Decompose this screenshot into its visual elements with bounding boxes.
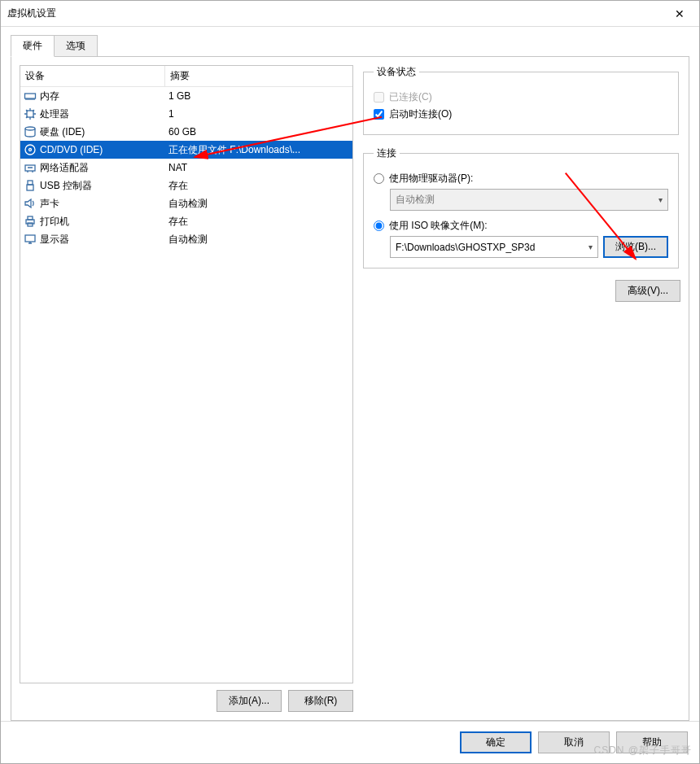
device-row-sound[interactable]: 声卡自动检测 bbox=[20, 194, 352, 212]
dialog-footer: 确定 取消 帮助 CSDN @架子手哥哥 bbox=[1, 721, 699, 763]
device-name: 内存 bbox=[40, 89, 59, 103]
svg-rect-1 bbox=[27, 111, 33, 117]
device-summary: 60 GB bbox=[165, 126, 352, 138]
device-summary: 1 bbox=[165, 108, 352, 120]
connected-checkbox-input bbox=[374, 92, 384, 103]
device-summary: NAT bbox=[165, 162, 352, 173]
connected-label: 已连接(C) bbox=[389, 90, 432, 104]
physical-drive-combo: 自动检测 ▾ bbox=[390, 189, 668, 211]
hardware-panel: 设备 摘要 内存1 GB处理器1硬盘 (IDE)60 GBCD/DVD (IDE… bbox=[11, 56, 689, 721]
physical-drive-input[interactable] bbox=[374, 173, 384, 184]
browse-button[interactable]: 浏览(B)... bbox=[603, 236, 668, 258]
vm-settings-window: 虚拟机设置 ✕ 硬件 选项 设备 摘要 内存1 GB处理器1硬盘 (IDE)60… bbox=[0, 0, 700, 764]
iso-row: F:\Downloads\GHOSTXP_SP3d ▾ 浏览(B)... bbox=[390, 236, 668, 258]
iso-radio[interactable]: 使用 ISO 映像文件(M): bbox=[374, 219, 668, 233]
device-row-display[interactable]: 显示器自动检测 bbox=[20, 230, 352, 248]
device-row-disk[interactable]: 硬盘 (IDE)60 GB bbox=[20, 123, 352, 141]
net-icon bbox=[24, 161, 37, 174]
physical-drive-value: 自动检测 bbox=[396, 193, 435, 207]
connection-legend: 连接 bbox=[374, 146, 400, 160]
titlebar: 虚拟机设置 ✕ bbox=[1, 1, 699, 27]
svg-rect-0 bbox=[25, 94, 36, 98]
device-name: 处理器 bbox=[40, 107, 69, 121]
printer-icon bbox=[24, 215, 37, 228]
device-rows: 内存1 GB处理器1硬盘 (IDE)60 GBCD/DVD (IDE)正在使用文… bbox=[20, 87, 352, 683]
device-table-header: 设备 摘要 bbox=[20, 66, 352, 87]
advanced-row: 高级(V)... bbox=[361, 280, 680, 302]
device-table: 设备 摘要 内存1 GB处理器1硬盘 (IDE)60 GBCD/DVD (IDE… bbox=[20, 65, 353, 683]
usb-icon bbox=[24, 179, 37, 192]
connect-poweron-checkbox[interactable]: 启动时连接(O) bbox=[374, 107, 668, 121]
connected-checkbox: 已连接(C) bbox=[374, 90, 668, 104]
physical-drive-label: 使用物理驱动器(P): bbox=[389, 172, 473, 186]
device-list-pane: 设备 摘要 内存1 GB处理器1硬盘 (IDE)60 GBCD/DVD (IDE… bbox=[20, 65, 353, 712]
iso-radio-input[interactable] bbox=[374, 220, 384, 231]
dialog-body: 硬件 选项 设备 摘要 内存1 GB处理器1硬盘 (IDE)60 GBCD/DV… bbox=[1, 27, 699, 721]
physical-drive-radio[interactable]: 使用物理驱动器(P): bbox=[374, 172, 668, 186]
connection-group: 连接 使用物理驱动器(P): 自动检测 ▾ 使用 ISO 映像文件(M): bbox=[363, 146, 679, 268]
advanced-button[interactable]: 高级(V)... bbox=[615, 280, 680, 302]
chevron-down-icon: ▾ bbox=[588, 242, 593, 251]
device-summary: 自动检测 bbox=[165, 233, 352, 247]
device-status-group: 设备状态 已连接(C) 启动时连接(O) bbox=[363, 65, 679, 135]
svg-rect-10 bbox=[28, 223, 33, 226]
device-row-memory[interactable]: 内存1 GB bbox=[20, 87, 352, 105]
cd-icon bbox=[24, 143, 37, 156]
device-summary: 1 GB bbox=[165, 90, 352, 102]
window-title: 虚拟机设置 bbox=[7, 7, 667, 20]
device-row-cpu[interactable]: 处理器1 bbox=[20, 105, 352, 123]
iso-label: 使用 ISO 映像文件(M): bbox=[389, 219, 488, 233]
device-status-legend: 设备状态 bbox=[374, 65, 419, 79]
memory-icon bbox=[24, 89, 37, 103]
svg-rect-6 bbox=[28, 181, 33, 185]
connect-poweron-input[interactable] bbox=[374, 109, 384, 120]
disk-icon bbox=[24, 125, 37, 138]
device-summary: 正在使用文件 F:\Downloads\... bbox=[165, 143, 352, 157]
svg-point-4 bbox=[29, 149, 32, 151]
device-name: CD/DVD (IDE) bbox=[40, 144, 103, 155]
tab-hardware[interactable]: 硬件 bbox=[11, 35, 55, 57]
col-summary[interactable]: 摘要 bbox=[165, 66, 352, 86]
device-row-cd[interactable]: CD/DVD (IDE)正在使用文件 F:\Downloads\... bbox=[20, 141, 352, 159]
device-summary: 存在 bbox=[165, 179, 352, 193]
remove-button[interactable]: 移除(R) bbox=[288, 690, 353, 712]
svg-point-3 bbox=[25, 145, 35, 155]
device-name: 硬盘 (IDE) bbox=[40, 125, 85, 139]
svg-rect-9 bbox=[28, 216, 33, 220]
close-icon: ✕ bbox=[675, 7, 685, 20]
tab-options[interactable]: 选项 bbox=[55, 35, 98, 57]
chevron-down-icon: ▾ bbox=[658, 195, 663, 204]
device-row-usb[interactable]: USB 控制器存在 bbox=[20, 177, 352, 194]
device-name: 网络适配器 bbox=[40, 161, 89, 175]
iso-path-value: F:\Downloads\GHOSTXP_SP3d bbox=[396, 242, 535, 253]
device-name: 显示器 bbox=[40, 233, 69, 247]
sound-icon bbox=[24, 197, 37, 210]
add-button[interactable]: 添加(A)... bbox=[217, 690, 282, 712]
svg-rect-11 bbox=[25, 235, 35, 242]
device-name: USB 控制器 bbox=[40, 179, 92, 193]
device-name: 声卡 bbox=[40, 197, 59, 211]
help-button[interactable]: 帮助 bbox=[616, 731, 688, 753]
device-row-printer[interactable]: 打印机存在 bbox=[20, 212, 352, 230]
col-device[interactable]: 设备 bbox=[20, 66, 165, 86]
connect-poweron-label: 启动时连接(O) bbox=[389, 107, 452, 121]
device-summary: 存在 bbox=[165, 215, 352, 229]
iso-path-combo[interactable]: F:\Downloads\GHOSTXP_SP3d ▾ bbox=[390, 236, 598, 258]
close-button[interactable]: ✕ bbox=[667, 1, 693, 27]
svg-rect-7 bbox=[27, 185, 33, 190]
tab-bar: 硬件 选项 bbox=[11, 35, 689, 57]
device-buttons: 添加(A)... 移除(R) bbox=[20, 683, 353, 712]
cancel-button[interactable]: 取消 bbox=[538, 731, 610, 753]
svg-point-2 bbox=[25, 127, 35, 130]
device-row-net[interactable]: 网络适配器NAT bbox=[20, 159, 352, 177]
cpu-icon bbox=[24, 107, 37, 120]
device-summary: 自动检测 bbox=[165, 197, 352, 211]
ok-button[interactable]: 确定 bbox=[460, 731, 532, 753]
detail-pane: 设备状态 已连接(C) 启动时连接(O) 连接 使用物理驱动器(P): bbox=[361, 65, 680, 712]
display-icon bbox=[24, 233, 37, 246]
device-name: 打印机 bbox=[40, 215, 69, 229]
